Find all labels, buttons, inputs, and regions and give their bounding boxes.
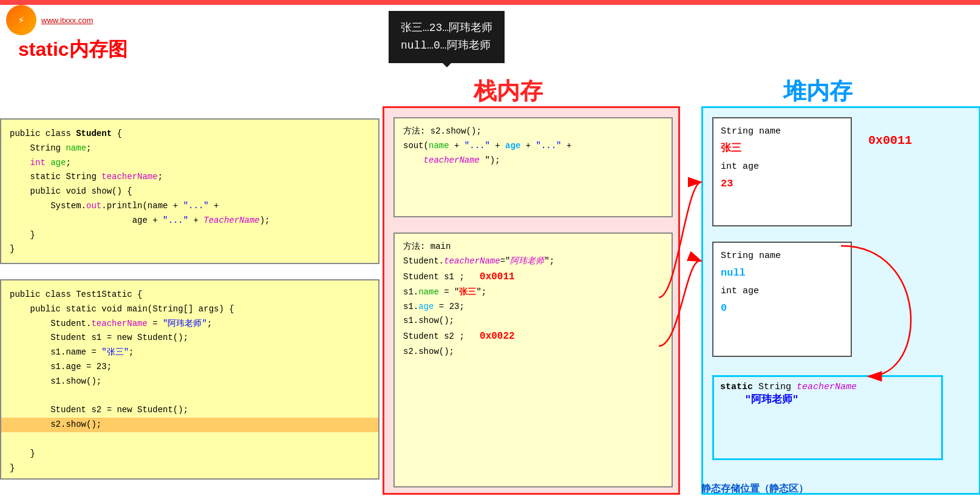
field-int-age-2: int age — [721, 283, 843, 299]
logo-area: ⚡ www.itxxx.com — [6, 5, 93, 35]
stack-main-box: 方法: main Student.teacherName="阿玮老师"; Stu… — [393, 233, 673, 487]
page-title: static内存图 — [18, 36, 128, 63]
output-tooltip: 张三…23…阿玮老师 null…0…阿玮老师 — [389, 11, 505, 63]
student-class-code: public class Student { String name; int … — [0, 118, 379, 264]
heap-memory-label: 堆内存 — [783, 76, 852, 107]
addr-0011-label: 0x0011 — [868, 134, 912, 148]
stack-memory-panel: 方法: s2.show(); sout(name + "..." + age +… — [383, 106, 680, 495]
logo-text: www.itxxx.com — [41, 16, 93, 25]
stack-memory-label: 栈内存 — [474, 76, 543, 107]
field-val-age-2: 0 — [721, 299, 843, 318]
static-storage-area: static String teacherName "阿玮老师" — [712, 375, 943, 460]
heap-object-s1: String name 张三 int age 23 0x0011 — [712, 117, 852, 226]
field-int-age-1: int age — [721, 158, 843, 175]
field-val-name-2: null — [721, 264, 843, 283]
logo-icon: ⚡ — [6, 5, 36, 35]
field-string-name-2: String name — [721, 248, 843, 264]
field-string-name-1: String name — [721, 123, 843, 140]
tooltip-line1: 张三…23…阿玮老师 — [401, 19, 492, 37]
stack-s2-show-box: 方法: s2.show(); sout(name + "..." + age +… — [393, 117, 673, 217]
tooltip-line2: null…0…阿玮老师 — [401, 37, 492, 55]
static-area-label: 静态存储位置（静态区） — [701, 483, 808, 495]
heap-object-s2: String name null int age 0 0x0022 — [712, 242, 852, 357]
heap-memory-panel: String name 张三 int age 23 0x0011 String … — [701, 106, 980, 495]
header-bar — [0, 0, 980, 5]
test1static-class-code: public class Test1Static { public static… — [0, 279, 379, 480]
field-val-name-1: 张三 — [721, 140, 843, 158]
field-val-age-1: 23 — [721, 175, 843, 194]
